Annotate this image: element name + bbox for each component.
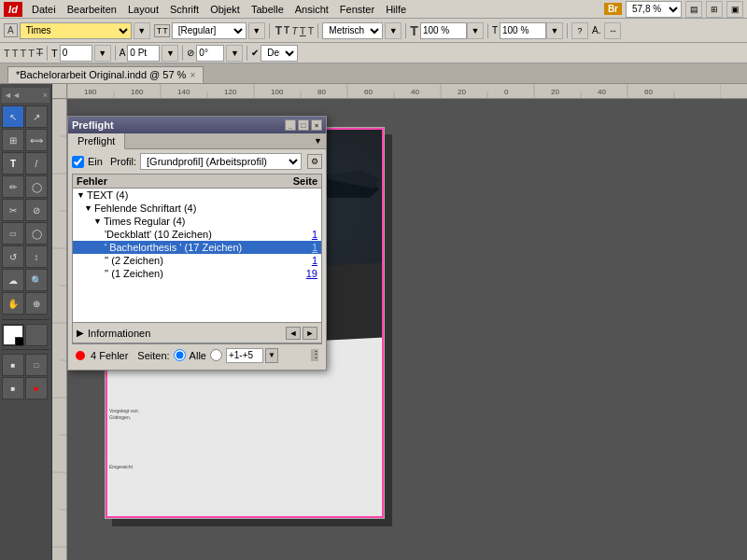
extra-btn[interactable]: ↔ — [604, 22, 621, 39]
menu-bearbeiten[interactable]: Bearbeiten — [62, 3, 122, 16]
col-seite-header: Seite — [293, 175, 317, 187]
toolbox-collapse[interactable]: ◄◄ — [4, 91, 21, 100]
dialog-options-btn[interactable]: ▼ — [314, 136, 322, 146]
direct-select-tool[interactable]: ↗ — [25, 105, 48, 128]
menu-layout[interactable]: Layout — [122, 3, 164, 16]
pt-dropdown[interactable]: ▼ — [162, 45, 178, 62]
error-ein-zeichen[interactable]: '' (1 Zeichen) 19 — [73, 267, 321, 280]
view-btn3[interactable]: ▣ — [726, 1, 743, 18]
scale-dropdown[interactable]: ▼ — [546, 22, 563, 39]
profile-select[interactable]: [Grundprofil] (Arbeitsprofil) — [140, 153, 302, 170]
error-zwei-zeichen[interactable]: '' (2 Zeichen) 1 — [73, 254, 321, 267]
error-list[interactable]: ▼ TEXT (4) ▼ Fehlende Schriftart (4) ▼ T… — [72, 188, 322, 323]
pencil-tool[interactable]: ◯ — [25, 175, 48, 198]
style-dropdown-btn[interactable]: ▼ — [248, 22, 265, 39]
preflight-dialog: Preflight _ □ × Preflight ▼ — [67, 116, 327, 371]
bleed-mode[interactable]: ■ — [2, 377, 24, 399]
dialog-minimize[interactable]: _ — [285, 119, 296, 131]
frame-tool[interactable]: ▭ — [2, 222, 24, 245]
info-expand-icon[interactable]: ▶ — [77, 328, 84, 338]
fill-btn[interactable] — [2, 324, 24, 346]
kern-dropdown[interactable]: ▼ — [94, 45, 111, 62]
radio-all[interactable] — [174, 349, 186, 361]
line-tool[interactable]: / — [25, 152, 48, 175]
menu-objekt[interactable]: Objekt — [204, 3, 246, 16]
gap-tool[interactable]: ⟺ — [25, 129, 48, 151]
nav-next-btn[interactable]: ► — [303, 327, 317, 340]
error-fehlende-schriftart[interactable]: ▼ Fehlende Schriftart (4) — [73, 202, 321, 215]
ein-checkbox[interactable] — [72, 156, 84, 168]
preview-mode[interactable]: □ — [25, 354, 48, 376]
zoom-select[interactable]: 57,8 % — [626, 1, 682, 18]
scale-input[interactable] — [500, 22, 546, 39]
ein-page[interactable]: 19 — [306, 268, 317, 279]
svg-text:100: 100 — [271, 88, 284, 96]
stroke-btn[interactable] — [25, 324, 48, 346]
deckblatt-label: 'Deckblatt' (10 Zeichen) — [105, 229, 212, 240]
size-input[interactable] — [420, 22, 467, 39]
smooth-tool[interactable]: ⊘ — [25, 199, 48, 221]
dialog-title-left: Preflight — [72, 119, 114, 131]
document-tab[interactable]: *Bachelorarbeit Original.indd @ 57 % × — [7, 66, 204, 83]
nav-prev-btn[interactable]: ◄ — [286, 327, 301, 340]
text-tool[interactable]: T — [2, 152, 24, 175]
range-dropdown-btn[interactable]: ▼ — [265, 348, 278, 363]
ellipse-tool[interactable]: ◯ — [25, 222, 48, 245]
font-dropdown-btn[interactable]: ▼ — [134, 22, 150, 39]
pen-tool[interactable]: ✏ — [2, 175, 24, 198]
tool-row-1: ↖ ↗ — [2, 105, 49, 128]
pt-input[interactable] — [127, 45, 160, 62]
error-deckblatt[interactable]: 'Deckblatt' (10 Zeichen) 1 — [73, 228, 321, 241]
select-tool[interactable]: ↖ — [2, 105, 24, 128]
format-T2: T — [284, 25, 289, 35]
measure-tool[interactable]: ⊕ — [25, 292, 48, 315]
error-times-regular[interactable]: ▼ Times Regular (4) — [73, 215, 321, 228]
radio-range[interactable] — [210, 349, 222, 361]
svg-text:20: 20 — [551, 88, 559, 96]
dialog-maximize[interactable]: □ — [298, 119, 309, 131]
rotate-tool[interactable]: ↺ — [2, 245, 24, 268]
help-btn[interactable]: ? — [571, 22, 588, 39]
range-input[interactable] — [226, 348, 263, 363]
zoom-tool[interactable]: 🔍 — [25, 269, 48, 291]
bachelorthesis-page[interactable]: 1 — [312, 242, 317, 253]
tab-bar: *Bachelorarbeit Original.indd @ 57 % × — [0, 63, 747, 84]
metric-dropdown[interactable]: ▼ — [385, 22, 402, 39]
zwei-page[interactable]: 1 — [312, 255, 317, 266]
page-tool[interactable]: ⊞ — [2, 129, 24, 151]
size-dropdown[interactable]: ▼ — [467, 22, 484, 39]
view-btn2[interactable]: ⊞ — [706, 1, 723, 18]
degree-label: ⊘ — [187, 48, 194, 58]
normal-view[interactable]: ■ — [2, 354, 24, 376]
menu-fenster[interactable]: Fenster — [334, 3, 380, 16]
deckblatt-page[interactable]: 1 — [312, 229, 317, 240]
free-transform-tool[interactable]: ☁ — [2, 269, 24, 291]
toolbox-expand[interactable]: × — [43, 91, 48, 100]
svg-text:0: 0 — [504, 88, 509, 96]
resize-handle[interactable]: ⋮ — [311, 349, 318, 361]
kern-input[interactable] — [60, 45, 92, 62]
menu-hilfe[interactable]: Hilfe — [380, 3, 412, 16]
degree-input[interactable] — [196, 45, 224, 62]
hand-tool[interactable]: ✋ — [2, 292, 24, 315]
view-btn1[interactable]: ▤ — [685, 1, 702, 18]
scissors-tool[interactable]: ✂ — [2, 199, 24, 221]
lang-select[interactable]: Deuts — [261, 45, 298, 62]
ruler-left — [52, 84, 67, 560]
error-bachelorthesis[interactable]: ' Bachelorthesis ' (17 Zeichen) 1 — [73, 241, 321, 254]
preflight-tab[interactable]: Preflight — [68, 133, 125, 149]
tab-close[interactable]: × — [190, 70, 195, 80]
menu-datei[interactable]: Datei — [26, 3, 62, 16]
error-text-group[interactable]: ▼ TEXT (4) — [73, 189, 321, 202]
dialog-close[interactable]: × — [311, 119, 322, 131]
profile-options-btn[interactable]: ⚙ — [307, 154, 322, 169]
menu-schrift[interactable]: Schrift — [164, 3, 204, 16]
menu-ansicht[interactable]: Ansicht — [289, 3, 334, 16]
font-select[interactable]: Times — [20, 22, 132, 39]
scale-tool[interactable]: ↕ — [25, 245, 48, 268]
menu-tabelle[interactable]: Tabelle — [246, 3, 289, 16]
metric-select[interactable]: Metrisch — [322, 22, 383, 39]
degree-dropdown[interactable]: ▼ — [226, 45, 243, 62]
slug-mode[interactable]: ■ — [25, 377, 48, 399]
style-select[interactable]: [Regular] — [172, 22, 247, 39]
